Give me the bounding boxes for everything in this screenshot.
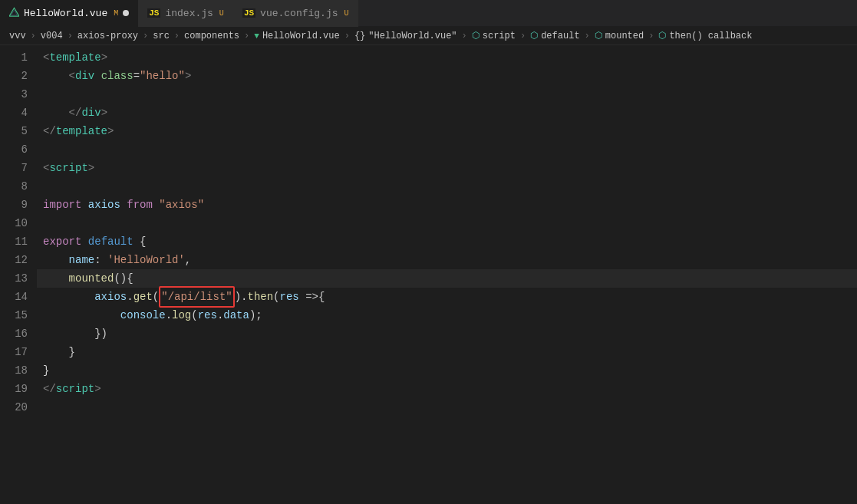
code-line-20: [37, 398, 857, 417]
breadcrumb-script-icon: ⬡: [472, 30, 480, 41]
code-line-2: <div class="hello">: [37, 67, 857, 85]
code-line-7: <script>: [37, 159, 857, 177]
ln-11: 11: [0, 232, 28, 251]
breadcrumb-vvv: vvv: [9, 31, 26, 41]
tab-helloworld-vue[interactable]: HelloWorld.vue M: [0, 0, 138, 27]
breadcrumb-then-callback: then() callback: [669, 31, 752, 41]
ln-3: 3: [0, 85, 28, 104]
vue-tab-icon: [9, 7, 19, 20]
code-line-15: console.log(res.data);: [37, 306, 857, 324]
ln-1: 1: [0, 48, 28, 67]
code-line-19: </script>: [37, 380, 857, 398]
breadcrumb-mounted: mounted: [605, 31, 644, 41]
breadcrumb-axios-proxy: axios-proxy: [77, 31, 138, 41]
code-line-1: <template>: [37, 48, 857, 67]
breadcrumb-default: default: [541, 31, 579, 41]
ln-14: 14: [0, 288, 28, 306]
breadcrumb-callback-icon: ⬡: [658, 30, 666, 41]
code-line-16: }): [37, 324, 857, 343]
code-line-11: export default {: [37, 232, 857, 251]
ln-18: 18: [0, 361, 28, 380]
breadcrumb-default-icon: ⬡: [530, 30, 538, 41]
tab-badge-u2: U: [344, 9, 349, 18]
code-line-6: [37, 140, 857, 159]
tab-label-vueconfigjs: vue.config.js: [260, 8, 338, 19]
js-tab-icon-1: JS: [147, 8, 160, 18]
line-numbers: 1 2 3 4 5 6 7 8 9 10 11 12 13 14 15 16 1…: [0, 45, 37, 504]
ln-12: 12: [0, 251, 28, 269]
code-area[interactable]: <template> <div class="hello"> </div> </…: [37, 45, 857, 504]
code-line-14: axios.get("/api/list").then(res =>{: [37, 288, 857, 306]
ln-13: 13: [0, 269, 28, 288]
breadcrumb: vvv › v004 › axios-proxy › src › compone…: [0, 27, 857, 45]
tab-badge-m: M: [114, 9, 118, 18]
breadcrumb-mounted-icon: ⬡: [595, 30, 602, 41]
tab-vue-config-js[interactable]: JS vue.config.js U: [233, 0, 358, 27]
ln-7: 7: [0, 159, 28, 177]
code-line-17: }: [37, 343, 857, 361]
tab-label-helloworld: HelloWorld.vue: [24, 8, 107, 19]
tab-index-js[interactable]: JS index.js U: [138, 0, 233, 27]
ln-9: 9: [0, 196, 28, 214]
code-line-18: }: [37, 361, 857, 380]
tab-badge-u1: U: [219, 9, 224, 18]
js-tab-icon-2: JS: [242, 8, 255, 18]
breadcrumb-vue-icon: ▼: [254, 31, 259, 41]
tab-bar: HelloWorld.vue M JS index.js U JS vue.co…: [0, 0, 857, 27]
breadcrumb-src: src: [153, 31, 170, 41]
ln-6: 6: [0, 140, 28, 159]
ln-19: 19: [0, 380, 28, 398]
ln-15: 15: [0, 306, 28, 324]
code-line-9: import axios from "axios": [37, 196, 857, 214]
ln-4: 4: [0, 104, 28, 122]
ln-20: 20: [0, 398, 28, 417]
breadcrumb-helloworld-str: "HelloWorld.vue": [368, 31, 457, 41]
breadcrumb-script: script: [483, 31, 516, 41]
ln-16: 16: [0, 324, 28, 343]
code-line-5: </template>: [37, 122, 857, 140]
ln-17: 17: [0, 343, 28, 361]
breadcrumb-curly: {}: [354, 31, 365, 41]
tab-modified-dot: [123, 10, 129, 16]
ln-2: 2: [0, 67, 28, 85]
editor: 1 2 3 4 5 6 7 8 9 10 11 12 13 14 15 16 1…: [0, 45, 857, 504]
code-line-4: </div>: [37, 104, 857, 122]
code-line-10: [37, 214, 857, 232]
ln-5: 5: [0, 122, 28, 140]
code-line-8: [37, 177, 857, 196]
tab-label-indexjs: index.js: [165, 8, 213, 19]
code-line-13: mounted(){: [37, 269, 857, 288]
breadcrumb-helloworld-file: HelloWorld.vue: [262, 31, 340, 41]
code-line-3: [37, 85, 857, 104]
code-line-12: name: 'HelloWorld',: [37, 251, 857, 269]
ln-8: 8: [0, 177, 28, 196]
breadcrumb-v004: v004: [41, 31, 63, 41]
breadcrumb-components: components: [184, 31, 239, 41]
ln-10: 10: [0, 214, 28, 232]
